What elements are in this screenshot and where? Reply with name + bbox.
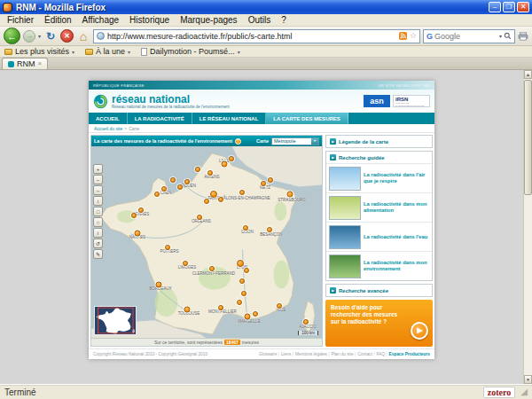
map-tool-button[interactable]: ↕ (93, 196, 103, 206)
measure-marker[interactable] (207, 170, 213, 176)
measure-marker[interactable] (241, 291, 246, 296)
advanced-search-box[interactable]: Recherche avancée (325, 284, 433, 297)
measure-marker[interactable] (303, 319, 309, 325)
scrollbar-thumb[interactable] (524, 80, 532, 195)
bookmark-item[interactable]: Dailymotion - Poumsé... (141, 47, 240, 56)
footer-link[interactable]: Plan du site (332, 352, 356, 356)
map-region-select[interactable]: Métropole (271, 137, 319, 145)
bookmark-star-icon[interactable] (410, 32, 417, 40)
footer-link[interactable]: Contact (357, 352, 374, 356)
vertical-scrollbar[interactable] (523, 70, 532, 384)
measure-marker[interactable] (135, 231, 141, 237)
measure-marker[interactable] (209, 266, 215, 271)
site-nav-tab[interactable]: LA CARTE DES MESURES (266, 113, 348, 124)
asn-logo[interactable]: asn (364, 95, 390, 107)
rss-icon[interactable] (399, 32, 407, 40)
guided-search-item[interactable]: La radioactivité dans mon alimentation (326, 192, 432, 222)
home-button[interactable] (76, 29, 90, 43)
map-tool-button[interactable]: ↺ (93, 239, 103, 248)
map-tool-button[interactable]: □ (93, 207, 103, 216)
map-canvas[interactable]: +−↔↕□○i↺✎ LILLEAMIENSROUENCAENPARISCHÂLO… (91, 146, 322, 338)
map-tool-button[interactable]: ↔ (93, 185, 103, 195)
guided-search-header[interactable]: Recherche guidée (326, 152, 432, 163)
menu-item[interactable]: Affichage (77, 14, 125, 26)
footer-link[interactable]: FAQ (376, 352, 387, 356)
measure-marker[interactable] (268, 177, 273, 183)
search-engine-dropdown-icon[interactable] (499, 33, 502, 39)
measure-marker[interactable] (222, 161, 228, 168)
menu-item[interactable]: Édition (39, 14, 77, 26)
measure-marker[interactable] (177, 184, 183, 190)
measure-marker[interactable] (239, 278, 245, 284)
measure-marker[interactable] (184, 307, 191, 313)
measure-marker[interactable] (156, 282, 162, 288)
scroll-down-icon[interactable] (524, 375, 532, 384)
legend-box[interactable]: Légende de la carte (325, 135, 433, 148)
measure-marker[interactable] (154, 192, 160, 197)
search-magnifier-icon[interactable] (504, 32, 512, 40)
measure-marker[interactable] (210, 191, 217, 198)
site-nav-tab[interactable]: LA RADIOACTIVITÉ (128, 113, 192, 124)
reload-button[interactable] (43, 29, 58, 43)
footer-link[interactable]: Glossaire (259, 352, 279, 356)
guided-search-item[interactable]: La radioactivité dans l'eau (326, 222, 432, 251)
menu-item[interactable]: Fichier (2, 14, 39, 26)
measure-marker[interactable] (244, 268, 249, 273)
site-nav-tab[interactable]: ACCUEIL (89, 113, 128, 124)
tab-rnm[interactable]: RNM (2, 58, 48, 69)
measure-marker[interactable] (277, 303, 282, 309)
measure-marker[interactable] (253, 311, 258, 317)
maximize-button[interactable] (503, 2, 515, 12)
map-tool-button[interactable]: + (93, 164, 103, 174)
measure-marker[interactable] (243, 225, 248, 231)
help-banner[interactable]: Besoin d'aide pour rechercher des mesure… (325, 300, 433, 347)
search-box[interactable]: G (423, 29, 515, 43)
print-icon[interactable] (518, 32, 528, 41)
overview-minimap[interactable] (94, 306, 137, 335)
measure-marker[interactable] (195, 167, 200, 172)
map-tool-button[interactable]: i (93, 228, 103, 238)
footer-link[interactable]: Mentions légales (295, 352, 330, 356)
map-help-icon[interactable]: ? (235, 138, 241, 145)
measure-marker[interactable] (261, 181, 266, 186)
scroll-up-icon[interactable] (524, 70, 532, 79)
measure-marker[interactable] (218, 305, 223, 310)
measure-marker[interactable] (245, 314, 251, 320)
menu-item[interactable]: Outils (243, 14, 277, 26)
footer-link[interactable]: Liens (281, 352, 293, 356)
measure-marker[interactable] (237, 260, 244, 267)
breadcrumb-home-link[interactable]: Accueil du site (94, 126, 122, 131)
measure-marker[interactable] (287, 192, 293, 198)
footer-link[interactable]: Espace Producteurs (389, 352, 430, 356)
measure-marker[interactable] (161, 186, 167, 192)
search-input[interactable] (434, 32, 497, 41)
minimize-button[interactable] (489, 2, 501, 12)
map-tool-button[interactable]: ○ (93, 217, 103, 227)
url-bar[interactable] (93, 29, 420, 43)
measure-marker[interactable] (183, 261, 188, 266)
measure-marker[interactable] (197, 215, 202, 220)
menu-item[interactable]: Marque-pages (175, 14, 242, 26)
menu-item[interactable]: Historique (124, 14, 175, 26)
stop-button[interactable] (60, 29, 74, 43)
forward-button[interactable] (23, 30, 35, 43)
map-tool-button[interactable]: − (93, 175, 103, 184)
close-button[interactable] (517, 2, 529, 12)
measure-marker[interactable] (131, 213, 137, 218)
measure-marker[interactable] (229, 156, 234, 161)
measure-marker[interactable] (218, 197, 223, 202)
history-dropdown-icon[interactable] (38, 33, 41, 39)
back-button[interactable] (4, 27, 20, 44)
guided-search-item[interactable]: La radioactivité dans mon environnement (326, 251, 432, 280)
bookmark-item[interactable]: Les plus visités (4, 47, 74, 56)
measure-marker[interactable] (267, 227, 272, 232)
guided-search-item[interactable]: La radioactivité dans l'air que je respi… (326, 163, 432, 192)
bookmark-item[interactable]: À la une (85, 47, 130, 56)
url-input[interactable] (107, 32, 396, 41)
zotero-button[interactable]: zotero (483, 387, 515, 398)
resize-grip[interactable] (520, 387, 528, 396)
play-button[interactable] (411, 322, 428, 340)
measure-marker[interactable] (237, 300, 242, 305)
measure-marker[interactable] (138, 207, 144, 213)
irsn-logo[interactable]: IRSN INSTITUT DE RADIOPROTECTION ET DE S… (393, 95, 430, 107)
